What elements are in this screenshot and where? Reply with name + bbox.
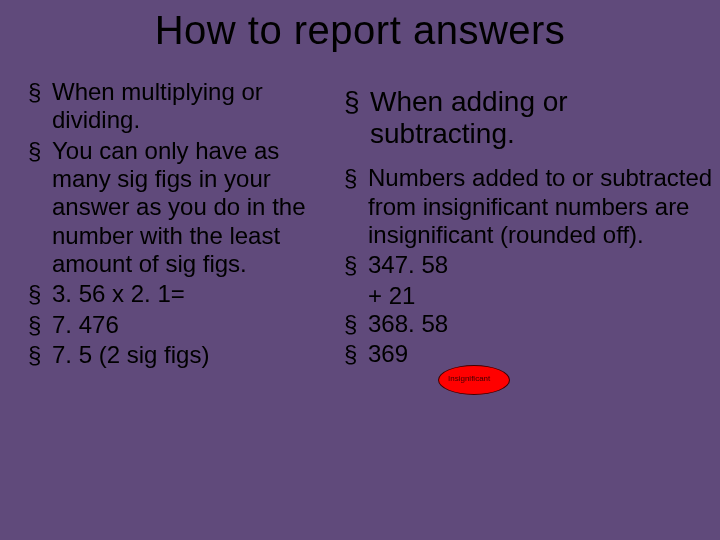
left-item-2: 3. 56 x 2. 1= xyxy=(28,280,330,308)
bullet-text: 369 xyxy=(368,340,408,367)
bullet-text: When multiplying or dividing. xyxy=(52,78,263,133)
bullet-text: 7. 476 xyxy=(52,311,119,338)
right-lead: When adding or subtracting. xyxy=(344,86,716,150)
right-sublist: Numbers added to or subtracted from insi… xyxy=(344,164,716,279)
slide: How to report answers When multiplying o… xyxy=(0,0,720,540)
bullet-text: Numbers added to or subtracted from insi… xyxy=(368,164,712,248)
left-item-3: 7. 476 xyxy=(28,311,330,339)
right-sublist-2: 368. 58 369 xyxy=(344,310,716,369)
bullet-text: 368. 58 xyxy=(368,310,448,337)
left-item-0: When multiplying or dividing. xyxy=(28,78,330,135)
left-item-4: 7. 5 (2 sig figs) xyxy=(28,341,330,369)
left-item-1: You can only have as many sig figs in yo… xyxy=(28,137,330,279)
right-column: When adding or subtracting. Numbers adde… xyxy=(340,78,720,371)
bullet-text: 347. 58 xyxy=(368,251,448,278)
slide-title: How to report answers xyxy=(0,8,720,53)
left-column: When multiplying or dividing. You can on… xyxy=(0,78,340,371)
plus-line: + 21 xyxy=(344,282,716,310)
ellipse-label: Insignificant xyxy=(448,374,490,383)
bullet-text: 3. 56 x 2. 1= xyxy=(52,280,185,307)
bullet-text: 7. 5 (2 sig figs) xyxy=(52,341,209,368)
bullet-text: When adding or subtracting. xyxy=(370,86,568,149)
left-list: When multiplying or dividing. You can on… xyxy=(28,78,330,369)
spacer xyxy=(344,152,716,164)
right-item-3: 369 xyxy=(344,340,716,368)
right-item-0: Numbers added to or subtracted from insi… xyxy=(344,164,716,249)
right-item-1: 347. 58 xyxy=(344,251,716,279)
right-list: When adding or subtracting. xyxy=(344,86,716,150)
columns: When multiplying or dividing. You can on… xyxy=(0,78,720,371)
bullet-text: You can only have as many sig figs in yo… xyxy=(52,137,306,277)
right-item-2: 368. 58 xyxy=(344,310,716,338)
